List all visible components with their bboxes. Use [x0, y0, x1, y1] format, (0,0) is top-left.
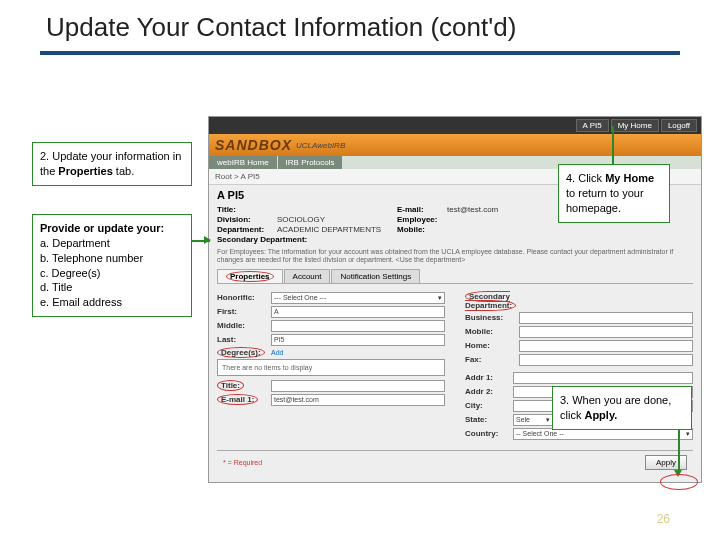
item: a. Department [40, 236, 184, 251]
content-area: A PI5 Title: E-mail:test@test.com Divisi… [209, 185, 701, 482]
item: b. Telephone number [40, 251, 184, 266]
business-input[interactable] [519, 312, 693, 324]
item: e. Email address [40, 295, 184, 310]
topbar-logoff[interactable]: Logoff [661, 119, 697, 132]
honorific-select[interactable]: --- Select One --- [271, 292, 445, 304]
info-row: Department:ACADEMIC DEPARTMENTS Mobile: [217, 225, 693, 234]
label: E-mail: [397, 205, 447, 214]
label: Honorific: [217, 293, 271, 302]
slide-title: Update Your Contact Information (cont'd) [0, 0, 720, 47]
middle-input[interactable] [271, 320, 445, 332]
label: Country: [465, 429, 513, 438]
label: Division: [217, 215, 277, 224]
banner-main: SANDBOX [215, 137, 292, 153]
label: Mobile: [465, 327, 519, 336]
title-underline [40, 51, 680, 55]
label: Business: [465, 313, 519, 322]
arrow-head [204, 236, 211, 244]
value [277, 205, 397, 214]
info-note: For Employees: The information for your … [217, 248, 693, 265]
value: SOCIOLOGY [277, 215, 397, 224]
text: 4. Click [566, 172, 605, 184]
label: Title: [217, 205, 277, 214]
label: Degree(s): [217, 347, 265, 358]
sandbox-banner: SANDBOX UCLAwebIRB [209, 134, 701, 156]
sub-tabs: Properties Account Notification Settings [217, 269, 693, 284]
value: ACADEMIC DEPARTMENTS [277, 225, 397, 234]
value [447, 215, 567, 224]
state-select[interactable]: Sele [513, 414, 553, 426]
info-row: Secondary Department: [217, 235, 693, 244]
value [447, 225, 567, 234]
callout-provide: Provide or update your: a. Department b.… [32, 214, 192, 317]
bottom-bar: * = Required Apply [217, 450, 693, 474]
value: test@test.com [447, 205, 567, 214]
mobile-input[interactable] [519, 326, 693, 338]
label: State: [465, 415, 513, 424]
label: Home: [465, 341, 519, 350]
subtab-account[interactable]: Account [284, 269, 331, 283]
label: Employee: [397, 215, 447, 224]
last-input[interactable]: PI5 [271, 334, 445, 346]
label: First: [217, 307, 271, 316]
degree-box: There are no items to display [217, 359, 445, 376]
item: c. Degree(s) [40, 266, 184, 281]
arrow-line [612, 126, 614, 164]
first-input[interactable]: A [271, 306, 445, 318]
email-input[interactable]: test@test.com [271, 394, 445, 406]
label: Secondary Department: [217, 235, 337, 244]
add-link[interactable]: Add [271, 349, 283, 356]
page-number: 26 [657, 512, 670, 526]
arrow-line [678, 430, 680, 472]
callout-step2: 2. Update your information in the Proper… [32, 142, 192, 186]
text-bold: My Home [605, 172, 654, 184]
label: Mobile: [397, 225, 447, 234]
label: Secondary Department: [465, 291, 516, 311]
subtab-notification[interactable]: Notification Settings [331, 269, 420, 283]
home-input[interactable] [519, 340, 693, 352]
addr1-input[interactable] [513, 372, 693, 384]
tab-irb-protocols[interactable]: IRB Protocols [278, 156, 343, 169]
item: d. Title [40, 280, 184, 295]
apply-button[interactable]: Apply [645, 455, 687, 470]
fax-input[interactable] [519, 354, 693, 366]
label: Addr 1: [465, 373, 513, 382]
label: Addr 2: [465, 387, 513, 396]
text: to return to your homepage. [566, 187, 644, 214]
text-bold: Apply. [584, 409, 617, 421]
app-topbar: A PI5 My Home Logoff [209, 117, 701, 134]
apply-highlight-circle [660, 474, 698, 490]
form-left-col: Honorific:--- Select One --- First:A Mid… [217, 290, 445, 442]
tab-webirb-home[interactable]: webIRB Home [209, 156, 277, 169]
topbar-user: A PI5 [576, 119, 609, 132]
banner-sub: UCLAwebIRB [296, 141, 345, 150]
label: Properties [226, 271, 274, 282]
label: E-mail 1: [217, 394, 258, 405]
label: Last: [217, 335, 271, 344]
callout-step4: 4. Click My Home to return to your homep… [558, 164, 670, 223]
label: Title: [217, 380, 244, 391]
topbar-my-home[interactable]: My Home [611, 119, 659, 132]
label: City: [465, 401, 513, 410]
title-input[interactable] [271, 380, 445, 392]
label: Fax: [465, 355, 519, 364]
label: Middle: [217, 321, 271, 330]
text-bold: Properties [58, 165, 112, 177]
subtab-properties[interactable]: Properties [217, 269, 283, 283]
callout-step3: 3. When you are done, click Apply. [552, 386, 692, 430]
heading: Provide or update your: [40, 221, 184, 236]
label: Department: [217, 225, 277, 234]
required-note: * = Required [223, 459, 262, 466]
text: tab. [113, 165, 134, 177]
